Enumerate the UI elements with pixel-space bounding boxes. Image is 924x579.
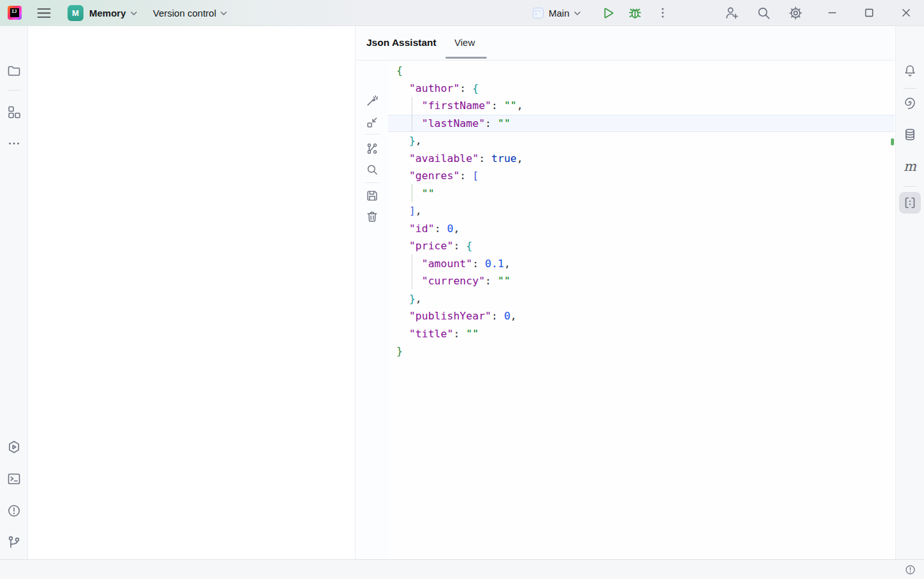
code-token: , [510,310,517,322]
bell-icon [902,63,918,78]
maximize-icon [865,8,874,17]
run-configuration-widget[interactable]: Main [533,0,581,26]
code-token: "" [422,187,435,200]
code-line[interactable]: "price": { [388,237,895,255]
code-token: "lastName" [422,117,485,129]
exclamation-circle-icon [904,564,916,576]
titlebar: IJ M Memory Version control Main [0,0,924,26]
code-line[interactable]: "title": "" [388,325,895,343]
ai-assistant-button[interactable] [899,92,921,114]
code-line[interactable]: ], [388,202,895,220]
code-line[interactable]: "genres": [ [388,167,895,185]
panel-title: Json Assistant [366,37,437,48]
code-token: : [491,99,504,112]
code-line[interactable]: "lastName": "" [388,115,895,133]
search-everywhere-button[interactable] [756,5,772,21]
code-token: : [472,258,485,270]
window-close-button[interactable] [892,0,921,26]
window-minimize-button[interactable] [818,0,847,26]
code-line[interactable]: { [388,62,895,80]
code-token: , [453,223,459,235]
right-tool-stripe: m [895,26,924,559]
chevron-down-icon [220,11,227,16]
code-token: [ [472,170,479,182]
code-line[interactable]: "available": true, [388,150,895,168]
code-token: : [453,240,466,252]
json-editor[interactable]: { "author": { "firstName": "", "lastName… [388,61,895,559]
beautify-json-button[interactable] [363,91,382,110]
code-token: } [409,293,415,305]
code-token: , [504,258,510,270]
minimize-icon [828,8,837,17]
code-line[interactable]: "firstName": "", [388,97,895,115]
code-token: "" [504,99,517,112]
code-line[interactable]: "id": 0, [388,220,895,238]
code-line[interactable]: "amount": 0.1, [388,255,895,273]
collapse-json-button[interactable] [363,113,382,132]
json-assistant-panel: Json Assistant View [356,26,895,559]
search-icon [756,5,772,21]
code-token: : [459,82,472,94]
code-line[interactable]: "author": { [388,80,895,98]
terminal-tool-button[interactable] [3,468,25,490]
notifications-button[interactable] [899,60,921,82]
vcs-widget-label: Version control [153,8,216,18]
code-line[interactable]: }, [388,132,895,150]
project-badge[interactable]: M [68,5,83,21]
code-token: "available" [409,152,479,165]
main-menu-button[interactable] [37,8,51,18]
indent-guide [412,97,412,132]
window-maximize-button[interactable] [855,0,884,26]
maven-button[interactable]: m [899,156,921,177]
services-tool-button[interactable] [3,436,25,458]
more-actions-button[interactable] [657,6,668,20]
collapse-icon [365,115,379,129]
add-user-icon [724,5,740,21]
clear-json-button[interactable] [363,207,382,226]
code-token: { [396,64,403,77]
code-token: ] [409,205,415,217]
services-icon [6,439,22,455]
problems-tool-button[interactable] [3,500,25,522]
project-tool-button[interactable] [3,60,25,82]
search-icon [365,163,379,177]
code-line[interactable]: }, [388,290,895,308]
code-token: , [517,99,523,112]
ai-assistant-swirl-icon [902,95,918,110]
code-token: { [466,240,472,252]
code-line[interactable]: } [388,342,895,360]
git-tool-button[interactable] [3,532,25,553]
code-token: : [453,328,466,340]
code-line[interactable]: "" [388,185,895,203]
run-button[interactable] [600,5,616,21]
indent-guide-active [412,184,412,202]
database-button[interactable] [899,124,921,145]
code-line[interactable]: "publishYear": 0, [388,307,895,325]
structure-tool-button[interactable] [3,101,25,123]
terminal-icon [6,471,22,487]
editor-empty-area [29,26,356,559]
json-assistant-tool-button[interactable] [899,192,921,214]
vcs-widget[interactable]: Version control [153,0,227,26]
code-token: : [485,117,498,129]
more-tool-windows-button[interactable] [3,133,25,154]
tab-view[interactable]: View [454,37,475,48]
code-token: "currency" [422,275,485,287]
search-json-button[interactable] [363,160,382,179]
git-branch-icon [6,535,22,550]
json-panel-toolbar [356,61,388,559]
json-assistant-icon [902,195,918,210]
jsonpath-button[interactable] [363,139,382,158]
stripe-divider [904,88,916,89]
project-name: Memory [89,8,126,18]
code-token: { [472,82,479,94]
code-line[interactable]: "currency": "" [388,272,895,290]
project-widget[interactable]: Memory [89,0,138,26]
status-notifications-button[interactable] [904,560,916,579]
code-with-me-button[interactable] [724,5,740,21]
debug-button[interactable] [627,5,643,21]
save-json-button[interactable] [363,186,382,205]
code-token: "firstName" [422,99,491,112]
toolbar-divider [365,134,379,135]
code-token: : [435,223,447,235]
